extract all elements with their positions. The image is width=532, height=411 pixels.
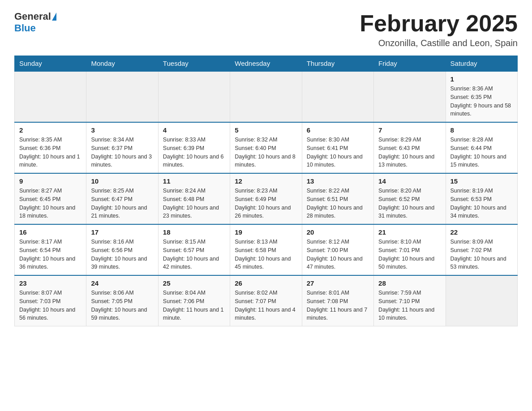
day-number: 11: [163, 177, 225, 185]
calendar-week-5: 23Sunrise: 8:07 AMSunset: 7:03 PMDayligh…: [15, 275, 518, 326]
day-number: 27: [307, 279, 369, 287]
calendar-cell: 23Sunrise: 8:07 AMSunset: 7:03 PMDayligh…: [15, 275, 86, 326]
calendar-cell: 12Sunrise: 8:23 AMSunset: 6:49 PMDayligh…: [230, 173, 302, 224]
day-info: Sunrise: 8:06 AMSunset: 7:05 PMDaylight:…: [91, 289, 153, 322]
day-number: 12: [235, 177, 297, 185]
calendar-cell: 15Sunrise: 8:19 AMSunset: 6:53 PMDayligh…: [446, 173, 517, 224]
day-number: 20: [307, 228, 369, 236]
day-info: Sunrise: 8:12 AMSunset: 7:00 PMDaylight:…: [307, 238, 369, 271]
calendar-cell: 19Sunrise: 8:13 AMSunset: 6:58 PMDayligh…: [230, 224, 302, 275]
location-subtitle: Onzonilla, Castille and Leon, Spain: [360, 38, 518, 48]
day-info: Sunrise: 8:30 AMSunset: 6:41 PMDaylight:…: [307, 136, 369, 169]
day-number: 26: [235, 279, 297, 287]
calendar-cell: 13Sunrise: 8:22 AMSunset: 6:51 PMDayligh…: [302, 173, 373, 224]
calendar-cell: 2Sunrise: 8:35 AMSunset: 6:36 PMDaylight…: [15, 122, 86, 173]
calendar-cell: 20Sunrise: 8:12 AMSunset: 7:00 PMDayligh…: [302, 224, 373, 275]
day-number: 4: [163, 126, 225, 134]
calendar-cell: 6Sunrise: 8:30 AMSunset: 6:41 PMDaylight…: [302, 122, 373, 173]
title-block: February 2025 Onzonilla, Castille and Le…: [360, 11, 518, 48]
calendar-cell: 1Sunrise: 8:36 AMSunset: 6:35 PMDaylight…: [446, 71, 517, 122]
day-number: 9: [19, 177, 82, 185]
day-info: Sunrise: 8:28 AMSunset: 6:44 PMDaylight:…: [450, 136, 513, 169]
calendar-cell: [230, 71, 302, 122]
day-number: 23: [19, 279, 82, 287]
day-info: Sunrise: 8:04 AMSunset: 7:06 PMDaylight:…: [163, 289, 225, 322]
calendar-cell: 10Sunrise: 8:25 AMSunset: 6:47 PMDayligh…: [86, 173, 158, 224]
calendar-table: Sunday Monday Tuesday Wednesday Thursday…: [14, 56, 518, 326]
page-header: General Blue February 2025 Onzonilla, Ca…: [14, 11, 518, 48]
day-info: Sunrise: 8:24 AMSunset: 6:48 PMDaylight:…: [163, 187, 225, 220]
header-tuesday: Tuesday: [158, 56, 230, 72]
calendar-cell: [446, 275, 517, 326]
logo-blue-text: Blue: [14, 22, 36, 34]
calendar-cell: 11Sunrise: 8:24 AMSunset: 6:48 PMDayligh…: [158, 173, 230, 224]
calendar-cell: 26Sunrise: 8:02 AMSunset: 7:07 PMDayligh…: [230, 275, 302, 326]
day-number: 21: [378, 228, 441, 236]
day-info: Sunrise: 8:19 AMSunset: 6:53 PMDaylight:…: [450, 187, 513, 220]
calendar-header-row: Sunday Monday Tuesday Wednesday Thursday…: [15, 56, 518, 72]
header-friday: Friday: [374, 56, 446, 72]
calendar-cell: 8Sunrise: 8:28 AMSunset: 6:44 PMDaylight…: [446, 122, 517, 173]
day-info: Sunrise: 8:33 AMSunset: 6:39 PMDaylight:…: [163, 136, 225, 169]
day-number: 5: [235, 126, 297, 134]
calendar-cell: 4Sunrise: 8:33 AMSunset: 6:39 PMDaylight…: [158, 122, 230, 173]
calendar-week-1: 1Sunrise: 8:36 AMSunset: 6:35 PMDaylight…: [15, 71, 518, 122]
header-sunday: Sunday: [15, 56, 86, 72]
calendar-cell: 27Sunrise: 8:01 AMSunset: 7:08 PMDayligh…: [302, 275, 373, 326]
day-number: 2: [19, 126, 82, 134]
day-info: Sunrise: 8:01 AMSunset: 7:08 PMDaylight:…: [307, 289, 369, 322]
calendar-cell: 7Sunrise: 8:29 AMSunset: 6:43 PMDaylight…: [374, 122, 446, 173]
calendar-week-4: 16Sunrise: 8:17 AMSunset: 6:54 PMDayligh…: [15, 224, 518, 275]
logo-general-text: General: [14, 11, 51, 22]
day-number: 15: [450, 177, 513, 185]
header-monday: Monday: [86, 56, 158, 72]
day-number: 28: [378, 279, 441, 287]
calendar-cell: 18Sunrise: 8:15 AMSunset: 6:57 PMDayligh…: [158, 224, 230, 275]
logo-triangle-icon: [52, 13, 56, 21]
day-number: 6: [307, 126, 369, 134]
day-info: Sunrise: 8:34 AMSunset: 6:37 PMDaylight:…: [91, 136, 153, 169]
day-number: 10: [91, 177, 153, 185]
calendar-cell: 22Sunrise: 8:09 AMSunset: 7:02 PMDayligh…: [446, 224, 517, 275]
day-info: Sunrise: 8:23 AMSunset: 6:49 PMDaylight:…: [235, 187, 297, 220]
calendar-cell: 28Sunrise: 7:59 AMSunset: 7:10 PMDayligh…: [374, 275, 446, 326]
calendar-cell: 25Sunrise: 8:04 AMSunset: 7:06 PMDayligh…: [158, 275, 230, 326]
day-number: 19: [235, 228, 297, 236]
day-number: 13: [307, 177, 369, 185]
day-number: 17: [91, 228, 153, 236]
day-info: Sunrise: 8:17 AMSunset: 6:54 PMDaylight:…: [19, 238, 82, 271]
header-wednesday: Wednesday: [230, 56, 302, 72]
logo: General Blue: [14, 11, 57, 34]
calendar-week-3: 9Sunrise: 8:27 AMSunset: 6:45 PMDaylight…: [15, 173, 518, 224]
day-number: 14: [378, 177, 441, 185]
day-info: Sunrise: 8:09 AMSunset: 7:02 PMDaylight:…: [450, 238, 513, 271]
day-info: Sunrise: 8:07 AMSunset: 7:03 PMDaylight:…: [19, 289, 82, 322]
day-info: Sunrise: 8:10 AMSunset: 7:01 PMDaylight:…: [378, 238, 441, 271]
day-info: Sunrise: 8:20 AMSunset: 6:52 PMDaylight:…: [378, 187, 441, 220]
day-number: 8: [450, 126, 513, 134]
day-info: Sunrise: 8:16 AMSunset: 6:56 PMDaylight:…: [91, 238, 153, 271]
calendar-cell: [374, 71, 446, 122]
day-info: Sunrise: 8:13 AMSunset: 6:58 PMDaylight:…: [235, 238, 297, 271]
day-number: 25: [163, 279, 225, 287]
day-number: 1: [450, 75, 513, 83]
day-info: Sunrise: 8:36 AMSunset: 6:35 PMDaylight:…: [450, 85, 513, 118]
day-info: Sunrise: 8:25 AMSunset: 6:47 PMDaylight:…: [91, 187, 153, 220]
day-number: 22: [450, 228, 513, 236]
day-number: 7: [378, 126, 441, 134]
day-info: Sunrise: 8:27 AMSunset: 6:45 PMDaylight:…: [19, 187, 82, 220]
day-number: 24: [91, 279, 153, 287]
day-info: Sunrise: 8:15 AMSunset: 6:57 PMDaylight:…: [163, 238, 225, 271]
calendar-cell: [86, 71, 158, 122]
calendar-cell: 5Sunrise: 8:32 AMSunset: 6:40 PMDaylight…: [230, 122, 302, 173]
day-info: Sunrise: 8:22 AMSunset: 6:51 PMDaylight:…: [307, 187, 369, 220]
calendar-cell: 21Sunrise: 8:10 AMSunset: 7:01 PMDayligh…: [374, 224, 446, 275]
calendar-cell: 24Sunrise: 8:06 AMSunset: 7:05 PMDayligh…: [86, 275, 158, 326]
calendar-cell: [15, 71, 86, 122]
calendar-cell: 17Sunrise: 8:16 AMSunset: 6:56 PMDayligh…: [86, 224, 158, 275]
day-number: 3: [91, 126, 153, 134]
calendar-cell: 3Sunrise: 8:34 AMSunset: 6:37 PMDaylight…: [86, 122, 158, 173]
calendar-cell: 16Sunrise: 8:17 AMSunset: 6:54 PMDayligh…: [15, 224, 86, 275]
day-info: Sunrise: 7:59 AMSunset: 7:10 PMDaylight:…: [378, 289, 441, 322]
header-thursday: Thursday: [302, 56, 373, 72]
